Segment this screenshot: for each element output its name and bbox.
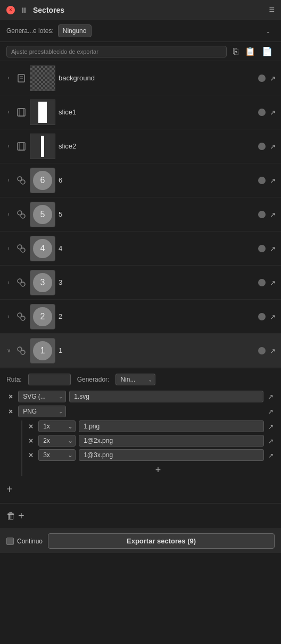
remove-png-button[interactable]: × bbox=[6, 406, 15, 417]
external-link-slice1[interactable]: ↗︎ bbox=[269, 107, 277, 118]
pause-button[interactable]: ⏸ bbox=[20, 6, 28, 14]
visibility-dot-slice1[interactable] bbox=[258, 109, 266, 116]
external-link-3[interactable]: ↗︎ bbox=[269, 277, 277, 288]
scale-2x-select[interactable]: 1x 2x 3x bbox=[38, 435, 76, 447]
external-link-slice2[interactable]: ↗︎ bbox=[269, 141, 277, 152]
visibility-dot-2[interactable] bbox=[258, 313, 266, 320]
continuo-checkbox[interactable] bbox=[6, 538, 14, 545]
scale-1x-external-link[interactable]: ↗︎ bbox=[267, 421, 275, 432]
copy-preset-button[interactable]: ⎘ bbox=[231, 45, 241, 57]
layer-name-2: 2 bbox=[59, 312, 255, 320]
paste-preset-button[interactable]: 📋 bbox=[243, 45, 258, 57]
layer-name-1: 1 bbox=[59, 346, 255, 354]
scale-3x-select[interactable]: 1x 2x 3x bbox=[38, 449, 76, 461]
scale-3x-select-wrapper: 1x 2x 3x bbox=[38, 449, 76, 461]
group-icon-1 bbox=[16, 346, 27, 356]
badge-4: 4 bbox=[33, 239, 52, 258]
external-link-icon-6: ↗︎ bbox=[270, 177, 276, 185]
remove-scale-2x-button[interactable]: × bbox=[27, 435, 35, 446]
generator-label: Generador: bbox=[77, 376, 110, 383]
external-link-background[interactable]: ↗︎ bbox=[269, 73, 277, 84]
header-left: × ⏸ Sectores bbox=[6, 6, 64, 14]
svg-rect-5 bbox=[18, 143, 25, 150]
remove-scale-3x-button[interactable]: × bbox=[27, 450, 35, 460]
layer-chevron-slice1[interactable]: › bbox=[4, 109, 13, 115]
group-icon-5 bbox=[16, 210, 27, 219]
scale-1x-select[interactable]: 1x 2x 3x bbox=[38, 420, 76, 432]
svg-format-select[interactable]: SVG (... SVG PNG JPG bbox=[18, 391, 66, 402]
layer-item[interactable]: › slice1 ↗︎ bbox=[0, 95, 281, 129]
document-icon bbox=[16, 73, 27, 83]
layer-item[interactable]: › 2 2 ↗︎ bbox=[0, 300, 281, 334]
external-link-icon-2: ↗︎ bbox=[270, 313, 276, 321]
layer-chevron-2[interactable]: › bbox=[4, 313, 13, 319]
scale-3x-filename[interactable] bbox=[79, 449, 264, 461]
layer-item[interactable]: › slice2 ↗︎ bbox=[0, 129, 281, 163]
svg-external-link-button[interactable]: ↗︎ bbox=[267, 391, 275, 402]
visibility-dot-5[interactable] bbox=[258, 211, 266, 218]
delete-button[interactable]: 🗑 bbox=[6, 510, 16, 522]
path-input[interactable] bbox=[28, 374, 71, 385]
layer-thumbnail-1: 1 bbox=[30, 338, 55, 364]
badge-6: 6 bbox=[33, 171, 52, 190]
visibility-dot-slice2[interactable] bbox=[258, 143, 266, 150]
generate-select[interactable]: Ninguno bbox=[58, 24, 92, 37]
group-icon-3 bbox=[16, 278, 27, 287]
layer-chevron-1[interactable]: ∨ bbox=[4, 348, 13, 353]
external-link-5[interactable]: ↗︎ bbox=[269, 209, 277, 220]
scale-2x-filename[interactable] bbox=[79, 435, 264, 447]
layer-chevron-6[interactable]: › bbox=[4, 177, 13, 183]
scale-2x-external-link[interactable]: ↗︎ bbox=[267, 435, 275, 446]
visibility-dot-1[interactable] bbox=[258, 347, 266, 354]
layer-item[interactable]: › 6 6 ↗︎ bbox=[0, 163, 281, 197]
generator-select[interactable]: Nin... Ninguno bbox=[115, 374, 155, 385]
layer-chevron-background[interactable]: › bbox=[4, 75, 13, 81]
slice-icon-1 bbox=[16, 108, 27, 117]
slice-icon-2 bbox=[16, 142, 27, 151]
visibility-dot-4[interactable] bbox=[258, 245, 266, 252]
scale-row-1x: × 1x 2x 3x ↗︎ bbox=[27, 420, 275, 432]
layer-item[interactable]: › 5 5 ↗︎ bbox=[0, 197, 281, 232]
layer-name-slice2: slice2 bbox=[59, 142, 255, 150]
scale-1x-select-wrapper: 1x 2x 3x bbox=[38, 420, 76, 432]
remove-scale-1x-button[interactable]: × bbox=[27, 421, 35, 432]
external-link-icon-slice2: ↗︎ bbox=[270, 143, 276, 151]
svg-point-14 bbox=[21, 282, 25, 286]
scale-2x-external-link-icon: ↗︎ bbox=[268, 437, 274, 445]
export-button[interactable]: Exportar sectores (9) bbox=[48, 533, 275, 549]
svg-filename-input[interactable] bbox=[69, 391, 263, 402]
scale-3x-external-link[interactable]: ↗︎ bbox=[267, 450, 275, 460]
layer-item[interactable]: › 3 3 ↗︎ bbox=[0, 266, 281, 300]
layer-item-expanded[interactable]: ∨ 1 1 ↗︎ bbox=[0, 334, 281, 368]
visibility-dot-3[interactable] bbox=[258, 279, 266, 286]
paste-replace-preset-button[interactable]: 📄 bbox=[260, 45, 275, 57]
add-scale-button[interactable]: + bbox=[42, 465, 275, 476]
visibility-dot-6[interactable] bbox=[258, 177, 266, 184]
external-link-6[interactable]: ↗︎ bbox=[269, 175, 277, 186]
external-link-4[interactable]: ↗︎ bbox=[269, 243, 277, 254]
layer-name-4: 4 bbox=[59, 244, 255, 252]
remove-svg-button[interactable]: × bbox=[6, 391, 15, 402]
add-format-button[interactable]: + bbox=[6, 481, 13, 498]
layer-chevron-3[interactable]: › bbox=[4, 279, 13, 285]
external-link-1[interactable]: ↗︎ bbox=[269, 345, 277, 356]
layer-item[interactable]: › background ↗︎ bbox=[0, 61, 281, 95]
png-external-link-button[interactable]: ↗︎ bbox=[267, 406, 275, 417]
generate-select-wrapper: Ninguno bbox=[58, 24, 275, 37]
layer-chevron-slice2[interactable]: › bbox=[4, 143, 13, 149]
layer-chevron-4[interactable]: › bbox=[4, 245, 13, 251]
generate-row: Genera...e lotes: Ninguno bbox=[0, 20, 281, 42]
scale-1x-filename[interactable] bbox=[79, 420, 264, 432]
menu-button[interactable]: ≡ bbox=[269, 4, 275, 15]
layer-chevron-5[interactable]: › bbox=[4, 211, 13, 217]
visibility-dot-background[interactable] bbox=[258, 75, 266, 82]
preset-select[interactable]: Ajuste preestablecido de exportar bbox=[6, 46, 227, 57]
scale-rows: × 1x 2x 3x ↗︎ × bbox=[21, 420, 275, 476]
svg-format-row: × SVG (... SVG PNG JPG ↗︎ bbox=[6, 391, 275, 402]
layer-item[interactable]: › 4 4 ↗︎ bbox=[0, 232, 281, 266]
external-link-2[interactable]: ↗︎ bbox=[269, 311, 277, 322]
add-sector-button[interactable]: + bbox=[18, 508, 24, 524]
scale-3x-external-link-icon: ↗︎ bbox=[268, 452, 274, 459]
close-button[interactable]: × bbox=[6, 6, 15, 14]
png-format-select[interactable]: PNG SVG JPG bbox=[18, 406, 66, 417]
